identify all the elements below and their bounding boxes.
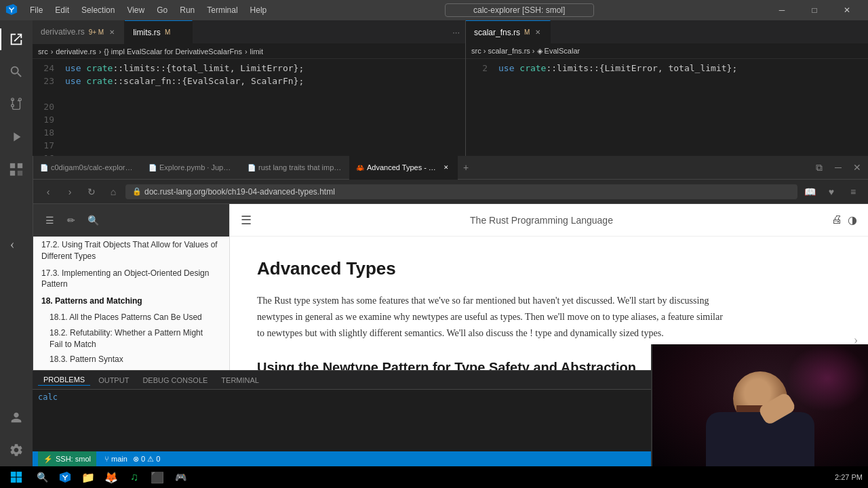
code-editor-right[interactable]: 2 use crate::limits::{LimitError, total_…	[466, 59, 868, 156]
extensions-icon[interactable]	[0, 153, 33, 186]
start-button[interactable]	[5, 468, 27, 487]
svg-rect-1	[18, 163, 22, 168]
sidebar-header: ☰ ✏ 🔍	[33, 204, 229, 237]
output-tab[interactable]: OUTPUT	[93, 375, 134, 386]
taskbar-search-icon[interactable]: 🔍	[33, 468, 52, 487]
browser-tab-advanced-types[interactable]: 🦀 Advanced Types - The Rust Prog... ✕	[349, 156, 458, 180]
tab-badge: M	[165, 28, 170, 36]
debug-console-tab[interactable]: DEBUG CONSOLE	[137, 375, 213, 386]
search-icon[interactable]	[0, 56, 33, 88]
tab-limits[interactable]: limits.rs M	[125, 20, 193, 44]
svg-rect-5	[17, 472, 22, 477]
home-button[interactable]: ⌂	[104, 182, 123, 201]
sidebar-item-18-2[interactable]: 18.2. Refutability: Whether a Pattern Mi…	[33, 325, 229, 352]
menu-terminal[interactable]: Terminal	[201, 3, 243, 18]
menu-edit[interactable]: Edit	[50, 3, 75, 18]
sidebar-item-1[interactable]: 17.3. Implementing an Object-Oriented De…	[33, 265, 229, 293]
taskbar-firefox-icon[interactable]: 🦊	[102, 468, 121, 487]
hamburger-icon[interactable]: ☰	[41, 212, 58, 228]
book-title: The Rust Programming Language	[470, 215, 613, 226]
minimize-browser-icon[interactable]: ─	[830, 159, 846, 176]
intro-paragraph: The Rust type system has some features t…	[257, 293, 732, 341]
settings-icon[interactable]	[0, 434, 33, 466]
theme-toggle-icon[interactable]: ◑	[848, 214, 857, 226]
svg-rect-3	[18, 171, 22, 176]
search-toc-icon[interactable]: 🔍	[85, 212, 101, 228]
taskbar-explorer-icon[interactable]: 📁	[79, 468, 98, 487]
tab-label: limits.rs	[133, 28, 161, 37]
chapter-title: Advanced Types	[257, 258, 732, 279]
taskbar-extra-icon[interactable]: 🎮	[171, 468, 190, 487]
branch-name: ⑂ main	[104, 455, 127, 463]
browser-tab-calcexplorer[interactable]: 📄 c0digam0s/calc-explorer · NotABug...	[33, 156, 142, 180]
webcam-overlay	[651, 344, 868, 466]
address-bar[interactable]: 🔒 doc.rust-lang.org/book/ch19-04-advance…	[125, 184, 797, 199]
browser-nav-bar: ‹ › ↻ ⌂ 🔒 doc.rust-lang.org/book/ch19-04…	[33, 180, 868, 204]
webcam-feed	[652, 344, 868, 466]
taskbar-spotify-icon[interactable]: ♫	[125, 468, 144, 487]
terminal-tab-btn[interactable]: TERMINAL	[216, 375, 264, 386]
taskbar: 🔍 📁 🦊 ♫ ⬛ 🎮 2:27 PM	[0, 466, 868, 488]
sidebar-item-chapter18[interactable]: 18. Patterns and Matching	[33, 293, 229, 310]
left-editor-pane: derivative.rs 9+ M ✕ limits.rs M ···	[33, 20, 465, 156]
sidebar-item-18-3[interactable]: 18.3. Pattern Syntax	[33, 352, 229, 367]
titlebar: File Edit Selection View Go Run Terminal…	[0, 0, 868, 20]
source-control-icon[interactable]	[0, 88, 33, 121]
menu-file[interactable]: File	[24, 3, 48, 18]
book-sidebar: ☰ ✏ 🔍 17.2. Using Trait Objects That All…	[33, 204, 230, 370]
restore-down-icon[interactable]: ⧉	[811, 159, 827, 176]
line-numbers: 24232019 1817161514	[33, 59, 60, 156]
code-text: use crate::limits::{total_limit, LimitEr…	[60, 59, 465, 156]
problems-tab[interactable]: PROBLEMS	[38, 374, 90, 386]
account-icon[interactable]	[0, 401, 33, 434]
taskbar-vscode-icon[interactable]	[56, 468, 75, 487]
minimize-button[interactable]: ─	[766, 0, 797, 20]
line-numbers-right: 2	[466, 59, 493, 156]
browser-tab-close-button[interactable]: ✕	[441, 163, 451, 171]
sidebar-item-0[interactable]: 17.2. Using Trait Objects That Allow for…	[33, 237, 229, 265]
close-browser-icon[interactable]: ✕	[849, 159, 865, 176]
book-menu-icon[interactable]: ☰	[241, 213, 252, 228]
browser-menu-icon[interactable]: ≡	[844, 182, 863, 201]
bookmark-icon[interactable]: ♥	[822, 182, 841, 201]
tab-label: derivative.rs	[41, 27, 85, 37]
code-editor-left[interactable]: 24232019 1817161514 use crate::limits::{…	[33, 59, 465, 156]
new-tab-button[interactable]: +	[458, 162, 474, 173]
tab-close-button[interactable]: ✕	[534, 27, 542, 37]
ssh-label: SSH: smol	[56, 455, 91, 463]
menu-go[interactable]: Go	[151, 3, 173, 18]
search-box[interactable]: calc-explorer [SSH: smol]	[445, 3, 594, 17]
browser-tab-rust-traits[interactable]: 📄 rust lang traits that impl traits at D…	[241, 156, 349, 180]
menu-bar: File Edit Selection View Go Run Terminal…	[24, 3, 272, 18]
forward-button[interactable]: ›	[60, 182, 79, 201]
svg-rect-0	[10, 163, 15, 168]
menu-run[interactable]: Run	[174, 3, 200, 18]
url-text[interactable]: doc.rust-lang.org/book/ch19-04-advanced-…	[144, 187, 335, 197]
browser-tab-jupyter[interactable]: 📄 Explore.pymb · JupyterLab	[142, 156, 241, 180]
ssh-status[interactable]: ⚡ SSH: smol	[38, 451, 96, 466]
titlebar-search: calc-explorer [SSH: smol]	[272, 3, 766, 17]
tab-close-button[interactable]: ✕	[108, 27, 116, 37]
close-button[interactable]: ✕	[831, 0, 863, 20]
print-icon[interactable]: 🖨	[831, 214, 842, 226]
svg-rect-4	[11, 472, 16, 477]
menu-view[interactable]: View	[121, 3, 150, 18]
reload-button[interactable]: ↻	[82, 182, 101, 201]
tab-derivative[interactable]: derivative.rs 9+ M ✕	[33, 20, 125, 44]
run-debug-icon[interactable]	[0, 121, 33, 153]
back-button[interactable]: ‹	[39, 182, 58, 201]
lock-icon: 🔒	[132, 187, 142, 196]
menu-selection[interactable]: Selection	[76, 3, 120, 18]
sidebar-item-18-1[interactable]: 18.1. All the Places Patterns Can Be Use…	[33, 310, 229, 325]
read-mode-icon[interactable]: 📖	[800, 182, 819, 201]
menu-help[interactable]: Help	[245, 3, 273, 18]
edit-icon[interactable]: ✏	[63, 212, 79, 228]
explorer-icon[interactable]	[0, 23, 33, 56]
more-tabs-button[interactable]: ···	[447, 27, 465, 37]
taskbar-time: 2:27 PM	[835, 473, 863, 481]
taskbar-terminal-icon[interactable]: ⬛	[148, 468, 167, 487]
maximize-button[interactable]: □	[799, 0, 830, 20]
taskbar-icons: 🔍 📁 🦊 ♫ ⬛ 🎮	[33, 468, 190, 487]
tab-scalar-fns[interactable]: scalar_fns.rs M ✕	[466, 20, 551, 44]
app-icon	[5, 3, 19, 17]
